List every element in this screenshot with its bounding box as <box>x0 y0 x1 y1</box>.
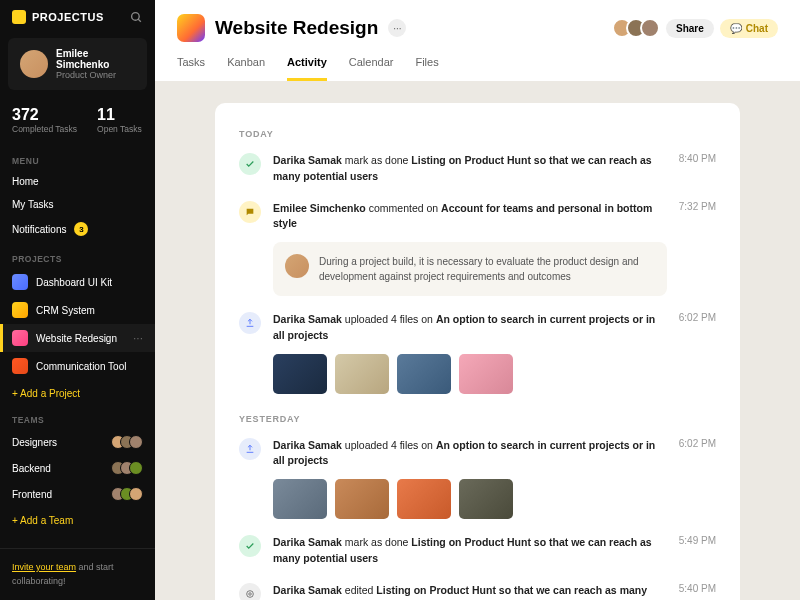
project-icon <box>12 358 28 374</box>
tab-activity[interactable]: Activity <box>287 56 327 81</box>
attachment-thumb[interactable] <box>335 479 389 519</box>
activity-feed: TODAY Darika Samak mark as done Listing … <box>215 103 740 600</box>
project-more-button[interactable]: ··· <box>388 19 406 37</box>
tab-files[interactable]: Files <box>415 56 438 81</box>
project-item[interactable]: Website Redesign··· <box>0 324 155 352</box>
svg-point-3 <box>247 590 254 597</box>
team-label: Frontend <box>12 489 52 500</box>
attachment-thumb[interactable] <box>335 354 389 394</box>
open-label: Open Tasks <box>97 124 142 134</box>
activity-item: Darika Samak mark as done Listing on Pro… <box>239 153 716 185</box>
svg-line-1 <box>138 19 141 22</box>
tab-tasks[interactable]: Tasks <box>177 56 205 81</box>
page-title: Website Redesign <box>215 17 378 39</box>
project-icon <box>12 330 28 346</box>
profile-card[interactable]: Emilee Simchenko Product Owner <box>8 38 147 90</box>
upload-icon <box>239 312 261 334</box>
attachment-thumb[interactable] <box>397 479 451 519</box>
avatar <box>285 254 309 278</box>
team-avatars <box>116 435 143 449</box>
project-item[interactable]: Communication Tool <box>0 352 155 380</box>
project-label: CRM System <box>36 305 95 316</box>
menu-item[interactable]: My Tasks <box>0 193 155 216</box>
edit-icon <box>239 583 261 601</box>
project-label: Communication Tool <box>36 361 126 372</box>
comment-icon <box>239 201 261 223</box>
menu-item[interactable]: Notifications3 <box>0 216 155 242</box>
header: Website Redesign ··· Share 💬 Chat TasksK… <box>155 0 800 81</box>
notification-badge: 3 <box>74 222 88 236</box>
done-icon <box>239 535 261 557</box>
attachment-thumb[interactable] <box>397 354 451 394</box>
brand[interactable]: PROJECTUS <box>12 10 104 24</box>
team-avatars <box>116 487 143 501</box>
attachment-thumbs <box>273 479 667 519</box>
completed-count: 372 <box>12 106 77 124</box>
team-item[interactable]: Frontend <box>0 481 155 507</box>
project-item[interactable]: Dashboard UI Kit <box>0 268 155 296</box>
svg-point-0 <box>132 12 140 20</box>
menu-item[interactable]: Home <box>0 170 155 193</box>
yesterday-heading: YESTERDAY <box>239 414 716 424</box>
activity-text: Darika Samak uploaded 4 files on An opti… <box>273 438 667 520</box>
chat-icon: 💬 <box>730 23 742 34</box>
team-label: Backend <box>12 463 51 474</box>
done-icon <box>239 153 261 175</box>
today-heading: TODAY <box>239 129 716 139</box>
teams-heading: TEAMS <box>0 407 155 429</box>
brand-text: PROJECTUS <box>32 11 104 23</box>
add-team-button[interactable]: + Add a Team <box>0 509 155 532</box>
project-label: Dashboard UI Kit <box>36 277 112 288</box>
tab-kanban[interactable]: Kanban <box>227 56 265 81</box>
chat-button[interactable]: 💬 Chat <box>720 19 778 38</box>
open-count: 11 <box>97 106 142 124</box>
sidebar-footer: Invite your team and start collaborating… <box>0 548 155 600</box>
menu-heading: MENU <box>0 148 155 170</box>
avatar <box>129 461 143 475</box>
share-button[interactable]: Share <box>666 19 714 38</box>
team-item[interactable]: Backend <box>0 455 155 481</box>
projects-heading: PROJECTS <box>0 246 155 268</box>
project-more-icon[interactable]: ··· <box>133 331 143 345</box>
activity-text: Darika Samak mark as done Listing on Pro… <box>273 535 667 567</box>
activity-item: Darika Samak mark as done Listing on Pro… <box>239 535 716 567</box>
invite-link[interactable]: Invite your team <box>12 562 76 572</box>
activity-time: 6:02 PM <box>679 438 716 520</box>
menu-item-label: Notifications <box>12 224 66 235</box>
activity-time: 7:32 PM <box>679 201 716 297</box>
menu-item-label: My Tasks <box>12 199 54 210</box>
comment-text: During a project build, it is necessary … <box>319 254 655 284</box>
attachment-thumb[interactable] <box>459 354 513 394</box>
project-item[interactable]: CRM System <box>0 296 155 324</box>
member-avatars[interactable] <box>618 18 660 38</box>
attachment-thumbs <box>273 354 667 394</box>
search-icon[interactable] <box>130 11 143 24</box>
project-icon <box>12 274 28 290</box>
activity-time: 8:40 PM <box>679 153 716 185</box>
add-project-button[interactable]: + Add a Project <box>0 382 155 405</box>
activity-text: Darika Samak uploaded 4 files on An opti… <box>273 312 667 394</box>
tab-calendar[interactable]: Calendar <box>349 56 394 81</box>
attachment-thumb[interactable] <box>273 354 327 394</box>
comment-box: During a project build, it is necessary … <box>273 242 667 296</box>
activity-time: 5:40 PM <box>679 583 716 601</box>
upload-icon <box>239 438 261 460</box>
avatar <box>640 18 660 38</box>
attachment-thumb[interactable] <box>273 479 327 519</box>
team-item[interactable]: Designers <box>0 429 155 455</box>
project-icon <box>12 302 28 318</box>
profile-name: Emilee Simchenko <box>56 48 135 70</box>
activity-item: Darika Samak uploaded 4 files on An opti… <box>239 438 716 520</box>
profile-role: Product Owner <box>56 70 135 80</box>
activity-text: Darika Samak mark as done Listing on Pro… <box>273 153 667 185</box>
attachment-thumb[interactable] <box>459 479 513 519</box>
project-label: Website Redesign <box>36 333 117 344</box>
activity-time: 5:49 PM <box>679 535 716 567</box>
avatar <box>129 487 143 501</box>
stats: 372 Completed Tasks 11 Open Tasks <box>0 94 155 146</box>
activity-text: Emilee Simchenko commented on Account fo… <box>273 201 667 297</box>
project-logo <box>177 14 205 42</box>
activity-item: Darika Samak uploaded 4 files on An opti… <box>239 312 716 394</box>
avatar <box>20 50 48 78</box>
activity-item: Darika Samak edited Listing on Product H… <box>239 583 716 601</box>
